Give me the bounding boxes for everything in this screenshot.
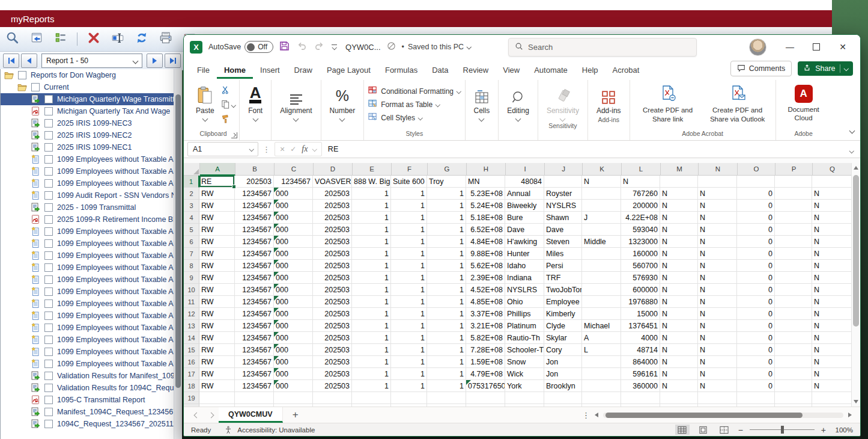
tab-acrobat[interactable]: Acrobat <box>605 62 647 79</box>
cell-A9[interactable]: RW <box>199 272 235 284</box>
cell-F20[interactable] <box>391 404 427 407</box>
tree-scrollbar-thumb[interactable] <box>175 94 181 388</box>
prev-sheet-button[interactable] <box>190 413 203 417</box>
cell-A10[interactable]: RW <box>199 284 235 296</box>
number-button[interactable]: % Number <box>326 81 360 121</box>
cell-A3[interactable]: RW <box>199 200 235 212</box>
cell-A15[interactable]: RW <box>199 344 235 356</box>
cell-H7[interactable]: 9.88E+08 <box>466 248 505 260</box>
cell-I6[interactable]: H'awking <box>505 236 544 248</box>
cell-F14[interactable]: 1 <box>391 332 427 344</box>
cell-L18[interactable]: 360000 <box>621 380 660 392</box>
cell-M5[interactable]: N <box>660 224 698 236</box>
cell-H5[interactable]: 6.52E+08 <box>466 224 505 236</box>
cell-L4[interactable]: 4.22E+08 <box>621 212 660 224</box>
accessibility-status[interactable]: Accessibility: Unavailable <box>237 426 315 434</box>
tree-item-6[interactable]: 2025 IRIS 1099-NEC1 <box>1 141 182 153</box>
cell-Q14[interactable]: N <box>812 332 852 344</box>
scroll-up-button[interactable] <box>852 163 860 173</box>
cell-B2[interactable]: 1234567 <box>235 188 274 200</box>
cell-L5[interactable]: 593040 <box>621 224 660 236</box>
cell-F18[interactable]: 1 <box>391 380 427 392</box>
cell-C16[interactable]: 000 <box>274 356 313 368</box>
cell-H1[interactable]: MN <box>466 176 505 188</box>
cell-K10[interactable] <box>582 284 621 296</box>
cell-D20[interactable] <box>313 404 352 407</box>
cell-B6[interactable]: 1234567 <box>235 236 274 248</box>
conditional-formatting-button[interactable]: Conditional Formatting <box>368 86 460 96</box>
tree-item-checkbox[interactable] <box>44 287 53 296</box>
tab-help[interactable]: Help <box>575 62 605 79</box>
cell-J12[interactable]: Kimberly <box>544 308 582 320</box>
cell-Q8[interactable]: N <box>812 260 852 272</box>
tree-item-4[interactable]: 2025 IRIS 1099-NEC3 <box>1 117 182 129</box>
cell-C7[interactable]: 000 <box>274 248 313 260</box>
cell-K11[interactable] <box>582 296 621 308</box>
tree-item-26[interactable]: Validation Results for 1094C_Reque <box>1 382 182 394</box>
column-header-J[interactable]: J <box>545 163 583 176</box>
formula-bar-handle[interactable]: ⋮ <box>258 145 275 154</box>
cell-P5[interactable] <box>775 224 812 236</box>
cell-N16[interactable]: N <box>698 356 737 368</box>
cell-F19[interactable] <box>391 392 427 404</box>
cell-F4[interactable]: 1 <box>391 212 427 224</box>
tree-item-checkbox[interactable] <box>44 167 53 176</box>
cell-F8[interactable]: 1 <box>391 260 427 272</box>
cell-O4[interactable]: 0 <box>737 212 775 224</box>
tree-item-checkbox[interactable] <box>44 131 53 140</box>
cell-P6[interactable] <box>775 236 812 248</box>
cell-G10[interactable]: 1 <box>427 284 466 296</box>
tree-item-checkbox[interactable] <box>44 251 53 260</box>
tree-item-16[interactable]: 1099 Employees without Taxable A <box>1 262 182 274</box>
row-header-5[interactable]: 5 <box>184 224 199 236</box>
cell-B10[interactable]: 1234567 <box>235 284 274 296</box>
cell-O12[interactable]: 0 <box>737 308 775 320</box>
cell-H15[interactable]: 7.28E+08 <box>466 344 505 356</box>
cell-Q1[interactable] <box>812 176 852 188</box>
rename-button[interactable] <box>110 31 126 47</box>
tab-insert[interactable]: Insert <box>253 62 287 79</box>
avatar[interactable] <box>749 38 766 56</box>
cell-A4[interactable]: RW <box>199 212 235 224</box>
cell-G5[interactable]: 1 <box>427 224 466 236</box>
cell-L16[interactable]: 864000 <box>621 356 660 368</box>
cell-A20[interactable] <box>199 404 235 407</box>
expand-formula-bar-button[interactable] <box>850 144 861 155</box>
row-header-11[interactable]: 11 <box>184 296 199 308</box>
tree-item-28[interactable]: Manifest_1094C_Request_1234567_ <box>1 406 182 418</box>
cell-I19[interactable] <box>505 392 544 404</box>
delete-button[interactable] <box>86 31 102 47</box>
cell-P18[interactable] <box>775 380 812 392</box>
tree-item-checkbox[interactable] <box>44 143 53 152</box>
excel-app-icon[interactable]: X <box>190 41 202 54</box>
cell-C12[interactable]: 000 <box>274 308 313 320</box>
cell-P3[interactable] <box>775 200 812 212</box>
cell-Q16[interactable]: N <box>812 356 852 368</box>
cell-F2[interactable]: 1 <box>391 188 427 200</box>
tree-item-checkbox[interactable] <box>44 191 53 200</box>
column-header-C[interactable]: C <box>275 163 314 176</box>
cell-D19[interactable] <box>313 392 352 404</box>
tree-item-2[interactable]: Michigan Quarterly Wage Transmitt <box>1 93 182 105</box>
cell-J16[interactable]: Jon <box>544 356 582 368</box>
cell-I4[interactable]: Bure <box>505 212 544 224</box>
cell-D9[interactable]: 202503 <box>313 272 352 284</box>
tree-item-23[interactable]: 1099 Employees without Taxable A <box>1 346 182 358</box>
cell-J19[interactable] <box>544 392 582 404</box>
print-button[interactable] <box>158 31 174 47</box>
cell-N2[interactable]: N <box>698 188 737 200</box>
cell-P11[interactable] <box>775 296 812 308</box>
cell-A5[interactable]: RW <box>199 224 235 236</box>
cell-N4[interactable]: N <box>698 212 737 224</box>
zoom-in-button[interactable]: + <box>821 426 826 434</box>
row-header-13[interactable]: 13 <box>184 320 199 332</box>
cell-P8[interactable] <box>775 260 812 272</box>
cell-K1[interactable]: N <box>582 176 621 188</box>
cell-E9[interactable]: 1 <box>352 272 391 284</box>
cell-P15[interactable] <box>775 344 812 356</box>
cell-P13[interactable] <box>775 320 812 332</box>
cell-L19[interactable] <box>621 392 660 404</box>
vertical-scrollbar[interactable] <box>851 163 860 407</box>
name-box[interactable]: A1 <box>187 142 258 156</box>
tab-page-layout[interactable]: Page Layout <box>320 62 378 79</box>
